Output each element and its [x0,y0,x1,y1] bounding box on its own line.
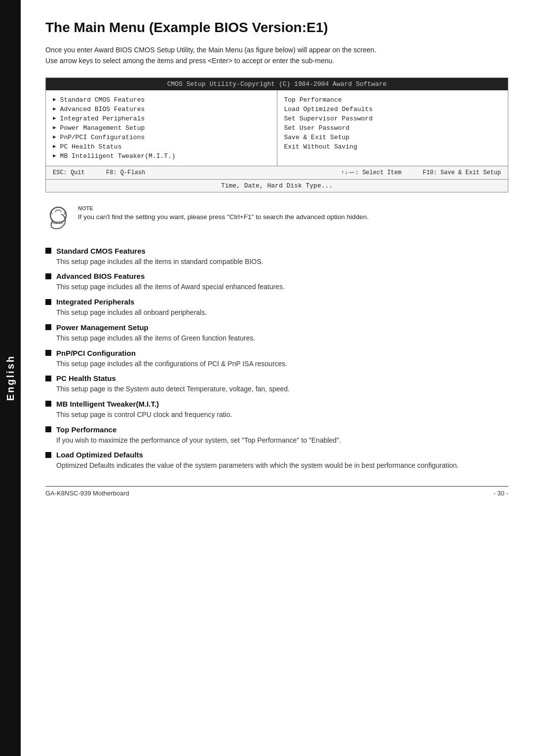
section-desc-7: If you wish to maximize the performance … [56,435,508,446]
arrow-icon-5: ► [53,144,56,150]
svg-text:NOTE: NOTE [51,220,64,225]
bios-item-0: ► Standard CMOS Features [53,95,270,105]
section-item-7: Top Performance If you wish to maximize … [45,425,508,446]
bios-item-label-2: Integrated Peripherals [60,115,145,122]
sidebar: English [0,0,21,756]
bios-item-2: ► Integrated Peripherals [53,114,270,123]
section-desc-2: This setup page includes all onboard per… [56,307,508,318]
section-title-7: Top Performance [56,425,116,434]
bios-footer-right: ↑↓→←: Select Item F10: Save & Exit Setup [341,169,501,176]
section-square-7 [45,426,51,432]
section-heading-4: PnP/PCI Configuration [45,349,508,357]
section-heading-3: Power Management Setup [45,323,508,332]
section-item-1: Advanced BIOS Features This setup page i… [45,272,508,293]
page-title: The Main Menu (Example BIOS Version:E1) [45,20,508,36]
bios-item-1: ► Advanced BIOS Features [53,105,270,114]
section-item-6: MB Intelligent Tweaker(M.I.T.) This setu… [45,400,508,420]
bios-footer-left: ESC: Quit F8: Q-Flash [53,169,145,176]
bios-right-menu: Top Performance Load Optimized Defaults … [277,90,508,166]
section-desc-6: This setup page is control CPU clock and… [56,410,508,420]
note-text: If you can't find the setting you want, … [78,212,369,222]
note-text-block: NOTE If you can't find the setting you w… [78,205,369,222]
bios-footer-arrows: ↑↓→←: Select Item [341,169,401,176]
section-heading-5: PC Health Status [45,374,508,382]
bios-footer-esc: ESC: Quit [53,169,85,176]
note-box: NOTE NOTE If you can't find the setting … [45,203,508,233]
bios-item-label-1: Advanced BIOS Features [60,106,145,113]
section-square-6 [45,401,51,407]
section-title-2: Integrated Peripherals [56,298,134,306]
section-item-8: Load Optimized Defaults Optimized Defaul… [45,451,508,471]
section-title-4: PnP/PCI Configuration [56,349,136,357]
bios-right-3: Set User Password [284,123,501,133]
section-square-2 [45,299,51,305]
bios-body: ► Standard CMOS Features ► Advanced BIOS… [46,90,508,166]
bios-item-3: ► Power Management Setup [53,123,270,133]
bios-item-4: ► PnP/PCI Configurations [53,133,270,142]
section-title-3: Power Management Setup [56,323,149,332]
bios-right-4: Save & Exit Setup [284,133,501,142]
section-heading-1: Advanced BIOS Features [45,272,508,280]
section-heading-8: Load Optimized Defaults [45,451,508,459]
section-desc-8: Optimized Defaults indicates the value o… [56,460,508,471]
bios-status-bar: Time, Date, Hard Disk Type... [46,180,508,192]
intro-text: Once you enter Award BIOS CMOS Setup Uti… [45,44,508,67]
bios-left-menu: ► Standard CMOS Features ► Advanced BIOS… [46,90,277,166]
bios-item-5: ► PC Health Status [53,142,270,151]
section-title-0: Standard CMOS Features [56,247,146,255]
section-item-5: PC Health Status This setup page is the … [45,374,508,395]
section-desc-3: This setup page includes all the items o… [56,333,508,344]
section-heading-7: Top Performance [45,425,508,434]
bios-title-bar: CMOS Setup Utility-Copyright (C) 1984-20… [46,78,508,90]
sidebar-label: English [5,355,16,401]
section-desc-4: This setup page includes all the configu… [56,359,508,370]
section-desc-1: This setup page includes all the items o… [56,282,508,293]
arrow-icon-4: ► [53,134,56,140]
footer-right: - 30 - [494,490,508,497]
section-item-4: PnP/PCI Configuration This setup page in… [45,349,508,370]
footer-left: GA-K8NSC-939 Motherboard [45,490,129,497]
bios-screenshot: CMOS Setup Utility-Copyright (C) 1984-20… [45,77,508,192]
section-heading-2: Integrated Peripherals [45,298,508,306]
section-item-0: Standard CMOS Features This setup page i… [45,247,508,267]
bios-right-5: Exit Without Saving [284,142,501,151]
bios-footer-f10: F10: Save & Exit Setup [423,169,501,176]
bios-item-label-4: PnP/PCI Configurations [60,134,145,141]
section-square-1 [45,273,51,279]
section-list: Standard CMOS Features This setup page i… [45,247,508,471]
bios-right-0: Top Performance [284,95,501,105]
bios-item-label-0: Standard CMOS Features [60,96,145,104]
arrow-icon-2: ► [53,115,56,121]
bios-item-6: ► MB Intelligent Tweaker(M.I.T.) [53,151,270,161]
bios-right-2: Set Supervisor Password [284,114,501,123]
section-title-6: MB Intelligent Tweaker(M.I.T.) [56,400,159,408]
arrow-icon-0: ► [53,97,56,103]
bios-item-label-5: PC Health Status [60,143,122,151]
section-square-5 [45,376,51,381]
intro-line-2: Use arrow keys to select among the items… [45,57,334,65]
section-square-3 [45,324,51,330]
section-square-8 [45,452,51,458]
arrow-icon-3: ► [53,125,56,131]
section-heading-6: MB Intelligent Tweaker(M.I.T.) [45,400,508,408]
section-item-2: Integrated Peripherals This setup page i… [45,298,508,318]
note-icon: NOTE [45,205,71,231]
page-footer: GA-K8NSC-939 Motherboard - 30 - [45,486,508,497]
bios-item-label-6: MB Intelligent Tweaker(M.I.T.) [60,152,176,160]
arrow-icon-6: ► [53,153,56,159]
section-item-3: Power Management Setup This setup page i… [45,323,508,344]
section-desc-5: This setup page is the System auto detec… [56,384,508,395]
bios-footer-f8: F8: Q-Flash [106,169,145,176]
bios-item-label-3: Power Management Setup [60,124,145,132]
intro-line-1: Once you enter Award BIOS CMOS Setup Uti… [45,46,376,54]
section-title-1: Advanced BIOS Features [56,272,145,280]
bios-right-1: Load Optimized Defaults [284,105,501,114]
section-square-0 [45,248,51,254]
bios-footer: ESC: Quit F8: Q-Flash ↑↓→←: Select Item … [46,166,508,180]
arrow-icon-1: ► [53,106,56,112]
section-title-8: Load Optimized Defaults [56,451,143,459]
main-content: The Main Menu (Example BIOS Version:E1) … [21,0,533,517]
section-square-4 [45,350,51,356]
section-heading-0: Standard CMOS Features [45,247,508,255]
note-label: NOTE [78,205,369,211]
